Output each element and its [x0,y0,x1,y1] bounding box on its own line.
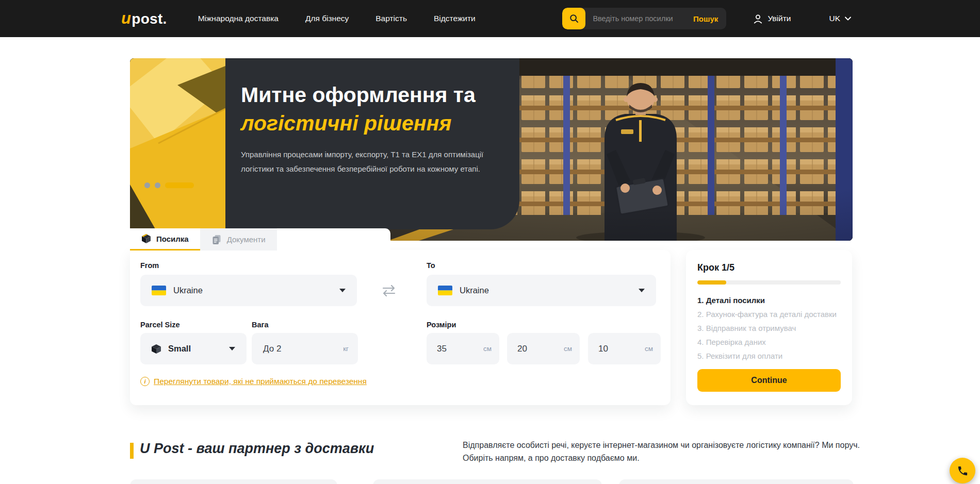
from-label: From [140,261,159,270]
to-label: To [427,261,435,270]
hero-title-line2: логістичні рішення [241,111,451,135]
nav-link-track[interactable]: Відстежити [434,14,476,23]
weight-label: Вага [252,321,269,329]
step-item-3: 3. Відправник та отримувач [697,324,841,332]
ukraine-flag-icon [438,286,452,295]
chevron-down-icon [845,16,851,21]
weight-input[interactable]: До 2 кг [252,333,358,364]
person-icon [753,14,763,24]
info-icon: i [140,377,150,386]
hero-banner: Митне оформлення та логістичні рішення У… [130,58,853,241]
carousel-dots [144,182,194,188]
dimensions-label: Розміри [427,321,456,329]
shipment-type-tabs: Посилка Документи [130,228,390,251]
chat-button[interactable] [950,458,975,483]
dimension-unit: см [564,345,572,353]
restricted-goods-link[interactable]: i Переглянути товари, які не приймаються… [140,377,367,386]
dimension-height-input[interactable]: 10 см [588,333,661,364]
tab-documents-label: Документи [227,235,266,244]
swap-countries-button[interactable] [380,282,398,299]
search-submit-button[interactable]: Пошук [685,14,726,23]
tab-parcel[interactable]: Посилка [130,228,200,251]
step-item-1: 1. Деталі посилки [697,296,841,305]
carousel-dot-active[interactable] [165,182,194,188]
ukraine-flag-icon [152,286,166,295]
nav-link-pricing[interactable]: Вартість [375,14,407,23]
steps-list: 1. Деталі посилки 2. Рахунок-фактура та … [697,296,841,360]
to-country-value: Ukraine [460,286,489,295]
step-item-4: 4. Перевірка даних [697,338,841,346]
parcel-size-select[interactable]: Small [140,333,247,364]
progress-bar [697,280,841,285]
nav-link-international-delivery[interactable]: Міжнародна доставка [198,14,279,23]
progress-bar-fill [697,280,726,285]
search-icon-button[interactable] [562,8,585,29]
direction-card[interactable] [373,479,602,484]
page: upost. Міжнародна доставка Для бізнесу В… [0,0,980,484]
login-button[interactable]: Увійти [753,14,791,24]
heading-accent-bar [130,443,134,459]
parcel-size-label: Parcel Size [140,321,180,329]
calculator-form-card: From Ukraine To Ukraine Parcel Size [130,250,671,405]
from-country-value: Ukraine [173,286,203,295]
language-code: UK [829,14,840,23]
direction-card[interactable] [130,479,337,484]
continue-button[interactable]: Continue [697,369,841,392]
dimension-unit: см [645,345,653,353]
from-country-select[interactable]: Ukraine [140,275,357,306]
hero-title-line1: Митне оформлення та [241,83,476,107]
language-selector[interactable]: UK [829,14,851,23]
parcel-size-value: Small [168,344,191,354]
nav-link-for-business[interactable]: Для бізнесу [305,14,349,23]
carousel-dot[interactable] [155,182,160,188]
parcel-box-icon [141,233,151,244]
caret-down-icon [639,289,645,292]
tab-parcel-label: Посилка [156,235,189,243]
phone-icon [957,465,969,477]
search-input[interactable] [585,14,685,23]
weight-value: До 2 [263,344,281,354]
steps-title: Крок 1/5 [697,262,841,273]
hero-title: Митне оформлення та логістичні рішення [241,81,519,137]
step-item-2: 2. Рахунок-фактура та деталі доставки [697,310,841,319]
documents-icon [211,235,222,245]
step-item-5: 5. Реквізити для оплати [697,352,841,360]
login-label: Увійти [767,14,791,23]
dimension-unit: см [483,345,492,353]
tracking-search: Пошук [562,8,726,29]
dimension-width-input[interactable]: 20 см [507,333,580,364]
direction-card[interactable] [619,479,854,484]
carousel-dot[interactable] [144,182,150,188]
caret-down-icon [229,347,235,351]
hero-text-panel: Митне оформлення та логістичні рішення У… [225,58,519,229]
swap-arrows-icon [381,284,397,297]
navbar: upost. Міжнародна доставка Для бізнесу В… [0,0,980,37]
to-country-select[interactable]: Ukraine [427,275,656,306]
logo-text: post. [132,11,167,27]
steps-progress-card: Крок 1/5 1. Деталі посилки 2. Рахунок-фа… [686,250,852,405]
intro-paragraph: Відправляєте особисті речі, керуєте інте… [463,439,862,464]
dimension-length-input[interactable]: 35 см [427,333,499,364]
parcel-size-box-icon [151,343,162,355]
dimension-length-value: 35 [437,344,447,354]
tab-documents[interactable]: Документи [200,228,277,251]
logo[interactable]: upost. [121,9,167,28]
search-icon [569,13,579,24]
logo-accent: u [121,9,131,28]
dimension-height-value: 10 [598,344,608,354]
hero-subtitle: Управління процесами імпорту, експорту, … [241,147,510,176]
dimension-width-value: 20 [517,344,527,354]
intro-heading: U Post - ваш партнер з доставки [140,441,374,457]
caret-down-icon [339,289,346,292]
main-nav: Міжнародна доставка Для бізнесу Вартість… [198,14,476,23]
restricted-goods-link-text: Переглянути товари, які не приймаються д… [154,377,367,386]
weight-unit: кг [343,345,349,353]
